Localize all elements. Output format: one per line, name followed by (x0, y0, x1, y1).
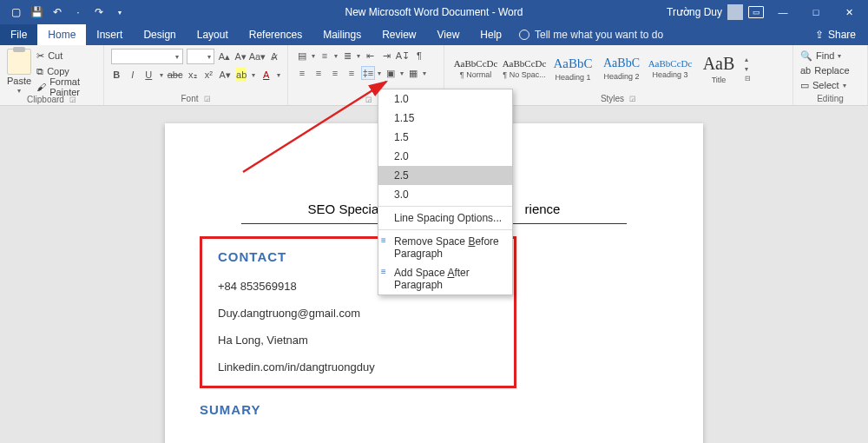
style-name: Heading 1 (555, 73, 590, 82)
bulb-icon (519, 30, 529, 40)
font-size-combo[interactable]: ▾ (187, 49, 214, 64)
summary-heading: SUMARY (200, 402, 668, 417)
chevron-down-icon[interactable]: ▾ (312, 52, 315, 60)
undo-icon[interactable]: ↶ (49, 6, 66, 18)
save-icon[interactable]: 💾 (28, 6, 45, 18)
style-sample: AaBbC (554, 56, 593, 71)
chevron-down-icon[interactable]: ▾ (745, 65, 759, 73)
chevron-down-icon[interactable]: ▾ (160, 71, 163, 79)
user-account[interactable]: Trường Duy (667, 4, 743, 20)
bullets-icon[interactable]: ▤ (295, 49, 309, 63)
line-spacing-option[interactable]: 1.0 (378, 89, 512, 109)
align-left-icon[interactable]: ≡ (295, 66, 309, 80)
replace-button[interactable]: abReplace (800, 63, 860, 77)
line-spacing-option[interactable]: 1.15 (378, 109, 512, 128)
chevron-up-icon[interactable]: ▴ (745, 56, 759, 63)
style-item[interactable]: AaBbCHeading 2 (597, 49, 646, 89)
dialog-launcher-icon[interactable]: ◲ (629, 95, 636, 102)
style-sample: AaBbC (603, 56, 640, 70)
tell-me-search[interactable]: Tell me what you want to do (519, 24, 663, 45)
italic-button[interactable]: I (128, 68, 139, 82)
show-marks-icon[interactable]: ¶ (412, 49, 426, 63)
close-button[interactable]: ✕ (835, 0, 863, 24)
tab-review[interactable]: Review (372, 24, 426, 45)
scissors-icon: ✂ (36, 50, 44, 62)
chevron-down-icon[interactable]: ▾ (400, 69, 404, 77)
share-button[interactable]: ⇪ Share (803, 24, 868, 45)
clear-formatting-icon[interactable]: A̷ (267, 50, 280, 63)
dialog-launcher-icon[interactable]: ◲ (204, 95, 211, 102)
tab-layout[interactable]: Layout (187, 24, 239, 45)
dialog-launcher-icon[interactable]: ◲ (365, 96, 372, 103)
shading-icon[interactable]: ▣ (384, 66, 398, 80)
autosave-icon[interactable]: ▢ (7, 6, 24, 18)
tab-design[interactable]: Design (133, 24, 186, 45)
contact-linkedin: Linkedin.com/in/dangtruongduy (218, 360, 498, 374)
tab-insert[interactable]: Insert (86, 24, 133, 45)
style-item[interactable]: AaBbCcDc¶ No Spac... (500, 49, 549, 89)
styles-more-icon[interactable]: ⊟ (745, 75, 759, 83)
paste-button[interactable]: Paste ▾ (7, 49, 31, 95)
shrink-font-icon[interactable]: A▾ (234, 50, 247, 63)
chevron-down-icon[interactable]: ▾ (378, 69, 381, 77)
increase-indent-icon[interactable]: ⇥ (379, 49, 393, 63)
chevron-down-icon[interactable]: ▾ (277, 71, 280, 79)
style-item[interactable]: AaBbCHeading 1 (549, 49, 597, 89)
maximize-button[interactable]: □ (802, 0, 830, 24)
qat-more-icon[interactable]: ▾ (111, 9, 128, 17)
tab-references[interactable]: References (239, 24, 312, 45)
superscript-button[interactable]: x² (203, 68, 214, 82)
numbering-icon[interactable]: ≡ (318, 49, 332, 63)
tab-file[interactable]: File (0, 24, 37, 45)
text-effects-icon[interactable]: A▾ (220, 68, 231, 82)
strikethrough-button[interactable]: abc (168, 68, 182, 82)
justify-icon[interactable]: ≡ (345, 66, 358, 80)
redo-icon[interactable]: ↷ (90, 6, 108, 18)
multilevel-list-icon[interactable]: ≣ (340, 49, 354, 63)
sort-icon[interactable]: A↧ (396, 49, 410, 63)
tab-mailings[interactable]: Mailings (312, 24, 372, 45)
line-spacing-option[interactable]: 2.5 (378, 166, 512, 185)
bold-button[interactable]: B (111, 68, 122, 82)
line-spacing-options[interactable]: Line Spacing Options... (378, 208, 512, 228)
highlight-icon[interactable]: ab (236, 68, 247, 82)
cut-button[interactable]: ✂Cut (36, 49, 96, 63)
tab-help[interactable]: Help (470, 24, 512, 45)
chevron-down-icon[interactable]: ▾ (357, 52, 360, 60)
line-spacing-option[interactable]: 3.0 (378, 185, 512, 204)
chevron-down-icon[interactable]: ▾ (423, 69, 426, 77)
chevron-down-icon[interactable]: ▾ (252, 71, 255, 79)
borders-icon[interactable]: ▦ (406, 66, 420, 80)
chevron-down-icon[interactable]: ▾ (334, 52, 338, 60)
style-item[interactable]: AaBTitle (694, 49, 743, 89)
underline-button[interactable]: U (143, 68, 155, 82)
line-spacing-option[interactable]: 1.5 (378, 128, 512, 147)
grow-font-icon[interactable]: A▴ (218, 50, 231, 63)
line-spacing-button[interactable]: ‡≡ (361, 66, 375, 80)
spacing-icon: ≡ (381, 267, 386, 276)
change-case-icon[interactable]: Aa▾ (250, 50, 264, 63)
ribbon-display-options-icon[interactable]: ▭ (748, 6, 764, 18)
tab-home[interactable]: Home (37, 24, 86, 45)
style-item[interactable]: AaBbCcDc¶ Normal (451, 49, 500, 89)
tell-me-label: Tell me what you want to do (535, 29, 663, 41)
font-color-icon[interactable]: A (260, 68, 272, 82)
add-space-after[interactable]: ≡Add Space After Paragraph (378, 263, 512, 294)
style-item[interactable]: AaBbCcDcHeading 3 (646, 49, 694, 89)
remove-space-before[interactable]: ≡Remove Space Before Paragraph (378, 232, 512, 263)
tab-view[interactable]: View (427, 24, 470, 45)
group-editing: 🔍Find▾ abReplace ▭Select▾ Editing (793, 45, 868, 105)
format-painter-button[interactable]: 🖌Format Painter (36, 80, 96, 94)
line-spacing-option[interactable]: 2.0 (378, 147, 512, 166)
title-bar: ▢ 💾 ↶ · ↷ ▾ New Microsoft Word Document … (0, 0, 868, 24)
font-name-combo[interactable]: ▾ (111, 49, 183, 64)
subscript-button[interactable]: x₂ (187, 68, 199, 82)
select-button[interactable]: ▭Select▾ (800, 78, 860, 92)
find-button[interactable]: 🔍Find▾ (800, 49, 860, 63)
decrease-indent-icon[interactable]: ⇤ (363, 49, 377, 63)
share-icon: ⇪ (815, 29, 824, 41)
minimize-button[interactable]: — (769, 0, 797, 24)
align-right-icon[interactable]: ≡ (328, 66, 342, 80)
dialog-launcher-icon[interactable]: ◲ (69, 96, 76, 103)
align-center-icon[interactable]: ≡ (312, 66, 326, 80)
